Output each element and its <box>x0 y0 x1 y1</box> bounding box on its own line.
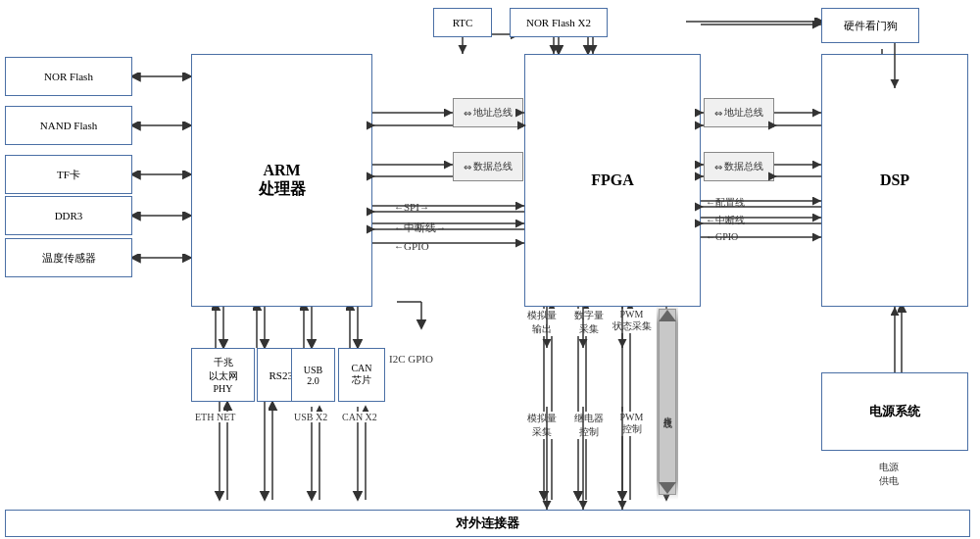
spi-label: ←SPI→ <box>392 201 431 213</box>
temp-sensor-box: 温度传感器 <box>5 238 132 277</box>
addr-bus1-box: ⇔ 地址总线 <box>453 98 523 127</box>
addr-bus2-label: 地址总线 <box>724 106 763 120</box>
nor-flash-x2-label: NOR Flash X2 <box>526 17 591 28</box>
connector-box: 对外连接器 <box>5 510 970 537</box>
connector-label: 对外连接器 <box>456 514 519 532</box>
config-line-label: ←配置线 <box>704 196 747 210</box>
can-box: CAN 芯片 <box>338 348 385 402</box>
nand-flash-label: NAND Flash <box>40 120 97 131</box>
dsp-label: DSP <box>880 172 909 189</box>
usb-box: USB 2.0 <box>291 348 335 402</box>
arm-line2: 处理器 <box>259 179 306 200</box>
fpga-label: FPGA <box>591 172 634 189</box>
nor-flash-box: NOR Flash <box>5 57 132 96</box>
dsp-box: DSP <box>821 54 968 307</box>
analog-collect-label: 模拟量 采集 <box>519 412 564 439</box>
nand-flash-box: NAND Flash <box>5 106 132 145</box>
power-label: 电源系统 <box>869 403 920 420</box>
pwm-ctrl-label: PWM 控制 <box>610 412 654 436</box>
arm-label: ARM 处理器 <box>259 162 306 200</box>
data-bus2-box: ⇔ 数据总线 <box>704 152 774 181</box>
int-line2-label: ←中断线 <box>704 214 747 227</box>
power-supply-label: 电源 供电 <box>877 461 901 488</box>
gpio1-label: ←GPIO <box>392 240 431 252</box>
nor-flash-label: NOR Flash <box>44 71 93 82</box>
int-line1-label: ←中断线→ <box>392 220 448 235</box>
serial-bus-text: 串行总线 <box>658 372 677 451</box>
diagram: NOR Flash NAND Flash TF卡 DDR3 温度传感器 ARM … <box>0 0 980 539</box>
nor-flash-x2-box: NOR Flash X2 <box>510 8 608 37</box>
arm-processor-box: ARM 处理器 <box>191 54 372 307</box>
analog-out-label: 模拟量 输出 <box>519 309 564 336</box>
usb-x2-label: USB X2 <box>292 412 329 422</box>
arm-line1: ARM <box>259 162 306 179</box>
addr-bus1-label: 地址总线 <box>473 106 513 120</box>
i2c-gpio-label: I2C GPIO <box>387 353 435 365</box>
addr-bus2-box: ⇔ 地址总线 <box>704 98 774 127</box>
ddr3-label: DDR3 <box>55 210 83 221</box>
can-x2-label: CAN X2 <box>340 412 379 422</box>
watchdog-label: 硬件看门狗 <box>844 19 898 33</box>
rtc-box: RTC <box>433 8 492 37</box>
data-bus1-box: ⇔ 数据总线 <box>453 152 523 181</box>
gpio2-label: ←GPIO <box>704 231 740 242</box>
fpga-box: FPGA <box>524 54 701 307</box>
digital-collect-label: 数字量 采集 <box>566 309 611 336</box>
ddr3-box: DDR3 <box>5 196 132 235</box>
eth-net-label: ETH NET <box>193 412 237 422</box>
data-bus1-label: 数据总线 <box>473 160 513 173</box>
tf-card-box: TF卡 <box>5 155 132 194</box>
temp-sensor-label: 温度传感器 <box>42 251 96 266</box>
relay-ctrl-label: 继电器 控制 <box>566 412 611 439</box>
eth-phy-box: 千兆 以太网 PHY <box>191 348 255 402</box>
rtc-label: RTC <box>453 17 473 28</box>
tf-card-label: TF卡 <box>57 168 80 182</box>
pwm-status-label: PWM 状态采集 <box>610 309 654 333</box>
power-box: 电源系统 <box>821 372 968 451</box>
watchdog-box: 硬件看门狗 <box>821 8 919 43</box>
data-bus2-label: 数据总线 <box>724 160 763 173</box>
